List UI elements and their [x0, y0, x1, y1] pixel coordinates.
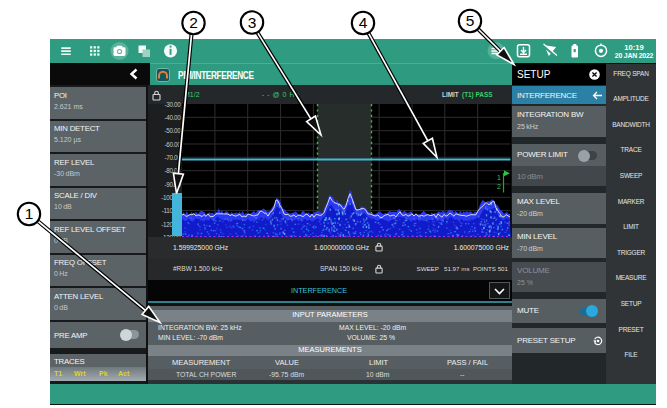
svg-text:1: 1 — [25, 205, 34, 222]
svg-text:5: 5 — [466, 12, 475, 29]
svg-text:3: 3 — [248, 14, 257, 31]
svg-text:4: 4 — [359, 14, 368, 31]
svg-text:2: 2 — [189, 14, 198, 31]
